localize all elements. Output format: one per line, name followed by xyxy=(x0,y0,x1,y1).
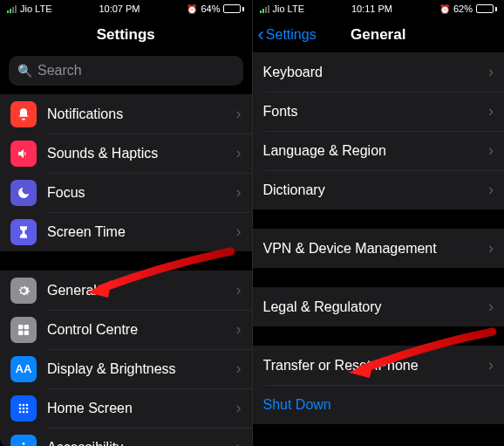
signal-icon xyxy=(7,4,17,13)
alarm-icon: ⏰ xyxy=(439,4,450,14)
page-title: Settings xyxy=(97,26,155,44)
row-general[interactable]: General › xyxy=(0,271,252,310)
row-label: Notifications xyxy=(47,106,229,122)
svg-rect-3 xyxy=(24,330,29,334)
display-icon: AA xyxy=(10,356,37,382)
notifications-icon xyxy=(10,101,37,127)
svg-point-9 xyxy=(26,407,29,409)
row-label: Accessibility xyxy=(47,440,229,447)
chevron-right-icon: › xyxy=(236,144,242,162)
row-legal-regulatory[interactable]: Legal & Regulatory › xyxy=(253,287,505,326)
chevron-right-icon: › xyxy=(488,63,494,81)
row-accessibility[interactable]: Accessibility › xyxy=(0,428,252,446)
alarm-icon: ⏰ xyxy=(187,4,197,14)
accessibility-icon xyxy=(10,435,37,447)
row-screen-time[interactable]: Screen Time › xyxy=(0,212,252,251)
chevron-right-icon: › xyxy=(488,298,494,316)
right-screenshot: Jio LTE 10:11 PM ⏰ 62% ‹ Settings Genera… xyxy=(252,0,505,446)
row-label: Control Centre xyxy=(47,322,229,338)
home-screen-icon xyxy=(10,395,37,422)
control-centre-icon xyxy=(10,317,37,343)
chevron-right-icon: › xyxy=(488,141,494,160)
row-display-brightness[interactable]: AA Display & Brightness › xyxy=(0,349,252,388)
row-shut-down[interactable]: Shut Down xyxy=(253,385,505,424)
svg-point-8 xyxy=(23,407,25,409)
row-fonts[interactable]: Fonts › xyxy=(253,92,505,131)
row-dictionary[interactable]: Dictionary › xyxy=(253,170,505,209)
row-label: General xyxy=(47,283,229,298)
battery-percent: 62% xyxy=(453,3,473,14)
chevron-right-icon: › xyxy=(488,356,494,374)
row-label: Dictionary xyxy=(263,182,482,198)
row-label: Focus xyxy=(47,185,229,201)
svg-point-6 xyxy=(26,403,29,406)
row-label: Home Screen xyxy=(47,401,229,416)
nav-bar: Settings xyxy=(0,17,252,52)
sounds-icon xyxy=(10,141,37,167)
back-button[interactable]: ‹ Settings xyxy=(258,25,317,45)
page-title: General xyxy=(351,26,405,44)
group-separator xyxy=(0,251,252,271)
chevron-right-icon: › xyxy=(488,102,494,120)
battery-percent: 64% xyxy=(201,3,220,14)
general-list-group-4: Transfer or Reset iPhone › Shut Down xyxy=(253,346,505,424)
chevron-right-icon: › xyxy=(488,181,494,199)
clock: 10:11 PM xyxy=(351,3,392,14)
row-label: Shut Down xyxy=(263,397,494,413)
row-control-centre[interactable]: Control Centre › xyxy=(0,310,252,349)
svg-point-5 xyxy=(23,403,25,406)
chevron-right-icon: › xyxy=(236,223,242,241)
back-label: Settings xyxy=(266,27,317,43)
settings-list-group-2: General › Control Centre › AA Display & … xyxy=(0,271,252,446)
row-label: VPN & Device Management xyxy=(263,241,482,257)
status-bar: Jio LTE 10:07 PM ⏰ 64% xyxy=(0,0,252,17)
search-input[interactable]: 🔍 Search xyxy=(9,56,243,86)
chevron-right-icon: › xyxy=(236,281,242,299)
chevron-right-icon: › xyxy=(236,105,242,123)
svg-rect-2 xyxy=(18,330,23,334)
chevron-right-icon: › xyxy=(236,183,242,202)
row-language-region[interactable]: Language & Region › xyxy=(253,131,505,170)
row-transfer-reset[interactable]: Transfer or Reset iPhone › xyxy=(253,346,505,385)
row-vpn-device-management[interactable]: VPN & Device Management › xyxy=(253,229,505,268)
status-bar: Jio LTE 10:11 PM ⏰ 62% xyxy=(253,0,505,17)
carrier-label: Jio LTE xyxy=(20,3,51,14)
row-label: Display & Brightness xyxy=(47,361,229,377)
row-label: Legal & Regulatory xyxy=(263,299,482,315)
chevron-right-icon: › xyxy=(236,399,242,417)
row-keyboard[interactable]: Keyboard › xyxy=(253,52,505,92)
row-label: Fonts xyxy=(263,104,482,120)
clock: 10:07 PM xyxy=(99,3,140,14)
battery-icon xyxy=(223,4,244,13)
svg-point-10 xyxy=(19,410,22,413)
focus-icon xyxy=(10,180,37,206)
row-label: Language & Region xyxy=(263,143,482,159)
general-list-group-1: Keyboard › Fonts › Language & Region › D… xyxy=(253,52,505,209)
general-list-group-3: Legal & Regulatory › xyxy=(253,287,505,326)
row-notifications[interactable]: Notifications › xyxy=(0,94,252,134)
group-separator xyxy=(253,326,505,346)
svg-point-11 xyxy=(23,410,25,413)
carrier-label: Jio LTE xyxy=(273,3,304,14)
svg-point-7 xyxy=(19,407,22,409)
nav-bar: ‹ Settings General xyxy=(253,17,505,52)
svg-rect-0 xyxy=(18,325,23,329)
general-list-group-2: VPN & Device Management › xyxy=(253,229,505,268)
row-label: Sounds & Haptics xyxy=(47,146,229,161)
svg-point-12 xyxy=(26,410,29,413)
chevron-right-icon: › xyxy=(488,239,494,257)
signal-icon xyxy=(260,4,269,13)
chevron-right-icon: › xyxy=(236,320,242,339)
screen-time-icon xyxy=(10,219,37,245)
general-icon xyxy=(10,278,37,304)
battery-icon xyxy=(476,4,497,13)
row-focus[interactable]: Focus › xyxy=(0,173,252,212)
left-screenshot: Jio LTE 10:07 PM ⏰ 64% Settings 🔍 Search… xyxy=(0,0,252,446)
svg-point-13 xyxy=(23,443,25,445)
chevron-right-icon: › xyxy=(236,360,242,378)
row-sounds-haptics[interactable]: Sounds & Haptics › xyxy=(0,134,252,173)
row-home-screen[interactable]: Home Screen › xyxy=(0,388,252,428)
group-separator xyxy=(253,209,505,229)
row-label: Keyboard xyxy=(263,65,482,80)
row-label: Transfer or Reset iPhone xyxy=(263,358,482,374)
